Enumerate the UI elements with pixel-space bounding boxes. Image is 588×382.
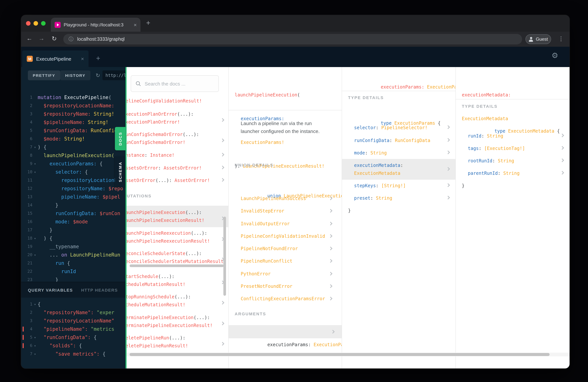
code-line-1[interactable]: 1▾{ [22,300,126,309]
code-line-8[interactable]: 8 launchPipelineExecution( [22,151,126,160]
doc-item-deletePipelineRun[interactable]: deletePipelineRun(...): DeletePipelineRu… [126,334,225,350]
code-line-2[interactable]: 2 "repositoryName": "exper [22,309,126,317]
doc-item-instance[interactable]: instance: Instance! [126,151,225,159]
doc-item-executionPlanOrError[interactable]: executionPlanOrError(...): ExecutionPlan… [126,110,225,126]
code-line-18[interactable]: 18▾ ) { [22,234,126,243]
schema-reload-icon[interactable]: ↻ [96,72,100,78]
docs-panel-resize-handle[interactable] [126,67,126,368]
field-row-rootRunId[interactable]: rootRunId: String [468,157,560,165]
tab-docs[interactable]: DOCS [115,127,126,150]
history-button[interactable]: HISTORY [60,70,90,80]
endpoint-input[interactable]: http://loc [103,70,126,80]
docs-search-box[interactable] [131,75,219,92]
union-member-PipelineConfigValidationInvalid[interactable]: PipelineConfigValidationInvalid [241,233,342,245]
union-member-InvalidOutputError[interactable]: InvalidOutputError [241,220,342,233]
doc-item-runConfigSchemaOrError[interactable]: runConfigSchemaOrError(...): RunConfigSc… [126,131,225,147]
tab-http-headers[interactable]: HTTP HEADERS [81,288,118,292]
code-line-2[interactable]: 2 $repositoryLocationName: [22,102,126,110]
browser-tab[interactable]: Playground - http://localhost:3 × [51,18,141,32]
fold-marker-icon[interactable]: ▾ [32,160,38,168]
code-line-19[interactable]: 19 __typename [22,243,126,251]
site-info-icon[interactable]: ⓘ [68,36,73,42]
fold-marker-icon[interactable]: ▾ [32,234,38,243]
code-line-11[interactable]: 11 repositoryLocationNam [22,176,126,185]
code-line-10[interactable]: 10▾ selector: { [22,168,126,176]
prettify-button[interactable]: PRETTIFY [28,70,60,80]
doc-item-reconcileSchedulerState[interactable]: reconcileSchedulerState(...): ReconcileS… [126,250,225,266]
code-line-6[interactable]: 6 $mode: String! [22,135,126,143]
code-line-3[interactable]: 3 $repositoryName: String! [22,110,126,118]
code-line-1[interactable]: 1mutation ExecutePipeline( [22,93,126,102]
fold-marker-icon[interactable]: ▾ [32,342,38,350]
code-line-4[interactable]: 4 $pipelineName: String! [22,118,126,127]
doc-item-assetsOrError[interactable]: assetsOrError: AssetsOrError! [126,164,225,172]
field-row-parentRunId[interactable]: parentRunId: String [468,170,560,177]
union-member-PipelineRunConflict[interactable]: PipelineRunConflict [241,257,342,270]
tab-close-icon[interactable]: × [134,22,137,28]
fold-marker-icon[interactable]: ▾ [32,168,38,176]
code-line-7[interactable]: 7▾ "save metrics": { [22,350,126,358]
union-member-LaunchPipelineRunSuccess[interactable]: LaunchPipelineRunSuccess [241,195,342,207]
field-row-runId[interactable]: runId: String [468,132,560,140]
field-row-executionMetadata[interactable]: executionMetadata: ExecutionMetadata [354,162,446,177]
profile-button[interactable]: Guest [525,34,551,44]
vertical-scrollbar-thumb[interactable] [223,217,226,296]
settings-gear-icon[interactable]: ⚙ [551,52,558,59]
doc-item-startSchedule[interactable]: startSchedule(...): ScheduleMutationResu… [126,273,225,289]
fold-marker-icon[interactable]: ▾ [32,333,38,342]
code-line-5[interactable]: 5 $runConfigData: RunConfigData [22,127,126,135]
close-window-button[interactable] [26,21,30,26]
field-row-selector[interactable]: selector: PipelineSelector! [354,124,446,132]
browser-menu-icon[interactable]: ⋮ [558,35,564,42]
zoom-window-button[interactable] [41,21,45,26]
code-line-16[interactable]: 16 mode: $mode [22,218,126,226]
doc-item-assetOrError[interactable]: assetOrError(...): AssetOrError! [126,177,225,185]
minimize-window-button[interactable] [34,21,38,26]
code-line-21[interactable]: 21 run { [22,259,126,268]
docs-search-input[interactable] [145,81,209,86]
union-member-PresetNotFoundError[interactable]: PresetNotFoundError [241,282,342,295]
horizontal-scrollbar-thumb[interactable] [129,264,224,267]
code-line-6[interactable]: 6▾ "solids": { [22,342,126,350]
address-bar[interactable]: ⓘ localhost:3333/graphql [63,34,522,44]
code-line-17[interactable]: 17 } [22,226,126,234]
code-line-15[interactable]: 15 runConfigData: $runCon [22,210,126,218]
code-line-5[interactable]: 5▾ "runConfigData": { [22,333,126,342]
tab-query-variables[interactable]: QUERY VARIABLES [28,288,73,292]
query-editor-lines[interactable]: 1mutation ExecutePipeline(2 $repositoryL… [22,93,126,284]
code-line-4[interactable]: 4 "pipelineName": "metrics [22,325,126,333]
fold-marker-icon[interactable]: ▾ [32,300,38,309]
doc-item-terminatePipelineExecution[interactable]: terminatePipelineExecution(...): Termina… [126,314,225,330]
scrollbar-thumb[interactable] [129,353,549,356]
reload-icon[interactable]: ↻ [50,35,59,42]
field-row-stepKeys[interactable]: stepKeys: [String!] [354,182,446,190]
argument-row-executionparams[interactable]: executionParams: ExecutionParams! [229,325,342,338]
doc-item-launchPipelineExecution[interactable]: launchPipelineExecution(...): LaunchPipe… [126,209,225,225]
code-line-9[interactable]: 9▾ executionParams: { [22,160,126,168]
field-row-tags[interactable]: tags: [ExecutionTag!] [468,145,560,152]
doc-item-partial[interactable]: PipelineConfigValidationResult! [126,97,220,105]
code-line-22[interactable]: 22 runId [22,268,126,276]
field-row-runConfigData[interactable]: runConfigData: RunConfigData [354,137,446,145]
query-variables-editor[interactable]: 1▾{2 "repositoryName": "exper3 "reposito… [22,300,126,358]
field-row-mode[interactable]: mode: String [354,149,446,157]
union-member-PipelineNotFoundError[interactable]: PipelineNotFoundError [241,245,342,257]
fold-marker-icon[interactable]: ▾ [32,251,38,259]
doc-item-launchPipelineReexecution[interactable]: launchPipelineReexecution(...): LaunchPi… [126,230,225,245]
code-line-12[interactable]: 12 repositoryName: $repo [22,185,126,193]
union-member-ConflictingExecutionParamsError[interactable]: ConflictingExecutionParamsError [241,295,342,308]
doc-item-stopRunningSchedule[interactable]: stopRunningSchedule(...): ScheduleMutati… [126,293,225,309]
code-line-14[interactable]: 14 } [22,201,126,210]
back-icon[interactable]: ← [25,35,34,42]
field-row-preset[interactable]: preset: String [354,194,446,202]
docs-horizontal-scrollbar[interactable] [126,353,569,356]
code-line-13[interactable]: 13 pipelineName: $pipel [22,193,126,201]
fold-marker-icon[interactable]: ▾ [32,143,38,151]
new-tab-button[interactable]: + [146,19,150,27]
forward-icon[interactable]: → [37,35,46,42]
union-member-InvalidStepError[interactable]: InvalidStepError [241,207,342,220]
code-line-20[interactable]: 20▾ ... on LaunchPipelineRun [22,251,126,259]
code-line-7[interactable]: 7▾) { [22,143,126,151]
fold-marker-icon[interactable]: ▾ [32,350,38,358]
code-line-3[interactable]: 3 "repositoryLocationName" [22,317,126,325]
